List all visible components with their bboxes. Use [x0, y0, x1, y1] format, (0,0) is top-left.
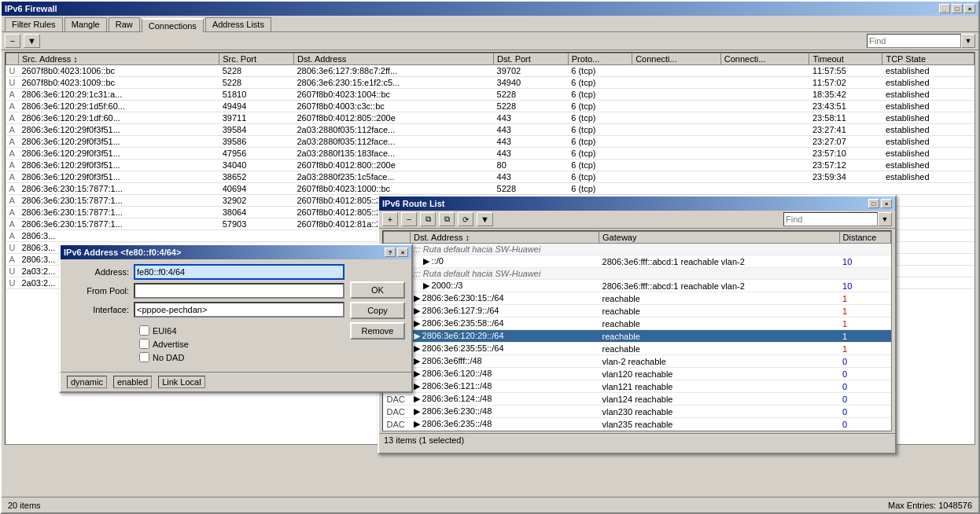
- list-item[interactable]: DAC ▶ 2806:3e6fff::/48 vlan-2 reachable …: [384, 355, 891, 368]
- route-gateway: reachable: [599, 292, 839, 305]
- filter-btn[interactable]: ▼: [24, 34, 40, 48]
- address-input[interactable]: [134, 264, 344, 280]
- col-conn2[interactable]: Connecti...: [720, 53, 809, 65]
- route-col-gateway[interactable]: Gateway: [599, 232, 839, 244]
- dynamic-value: dynamic: [67, 376, 107, 388]
- table-row[interactable]: A 2806:3e6:120:29f0f3f51... 34040 2607f8…: [6, 160, 974, 171]
- table-row[interactable]: A 2806:3e6:120:29f0f3f51... 47956 2a03:2…: [6, 148, 974, 160]
- table-row[interactable]: A 2806:3e6:230:15:7877:1... 40694 2607f8…: [6, 183, 974, 195]
- list-item[interactable]: DAC ▶ 2806:3e6:230::/48 vlan230 reachabl…: [384, 406, 891, 418]
- route-search-dropdown[interactable]: ▼: [878, 212, 892, 226]
- route-col-dst[interactable]: Dst. Address ↕: [411, 232, 599, 244]
- route-minimize-btn[interactable]: □: [868, 199, 879, 208]
- route-title-bar: IPv6 Route List □ ×: [379, 196, 895, 211]
- col-conn1[interactable]: Connecti...: [632, 53, 721, 65]
- list-item[interactable]: AS ▶ 2000::/3 2806:3e6:fff::abcd:1 reach…: [384, 280, 891, 292]
- table-row[interactable]: U 2607f8b0:4023:1006::bc 5228 2806:3e6:1…: [6, 65, 974, 77]
- row-conn2: [720, 183, 809, 195]
- search-input[interactable]: [867, 34, 961, 48]
- list-item[interactable]: DAC ▶ 2806:3e6:121::/48 vlan121 reachabl…: [384, 380, 891, 393]
- tab-connections[interactable]: Connections: [142, 18, 204, 32]
- col-proto[interactable]: Proto...: [568, 53, 632, 65]
- route-paste-btn[interactable]: ⧉: [439, 212, 455, 226]
- list-item[interactable]: DAS ▶ 2806:3e6:235:58::/64 reachable 1: [384, 318, 891, 330]
- list-item[interactable]: DAS ▶ 2806:3e6:230:15::/64 reachable 1: [384, 292, 891, 305]
- col-src-port[interactable]: Src. Port: [219, 53, 294, 65]
- interface-input[interactable]: [134, 302, 344, 318]
- table-row[interactable]: A 2806:3e6:120:29f0f3f51... 39586 2a03:2…: [6, 136, 974, 148]
- row-flag: A: [6, 124, 19, 136]
- remove-button[interactable]: Remove: [350, 322, 405, 340]
- list-item[interactable]: DAC ▶ 2806:3e6:235::/48 vlan235 reachabl…: [384, 418, 891, 431]
- route-dst: ▶ 2806:3e6:230::/48: [411, 406, 599, 418]
- route-search-input[interactable]: [783, 212, 878, 226]
- route-reset-btn[interactable]: ⟳: [458, 212, 473, 226]
- list-item[interactable]: AS ▶ ::/0 2806:3e6:fff::abcd:1 reachable…: [384, 255, 891, 268]
- copy-button[interactable]: Copy: [350, 302, 405, 319]
- from-pool-row: From Pool:: [67, 283, 344, 299]
- row-timeout: 23:27:07: [809, 136, 882, 148]
- route-flag: DAC: [384, 393, 411, 406]
- col-tcp-state[interactable]: TCP State: [882, 53, 974, 65]
- minus-btn[interactable]: −: [5, 34, 20, 48]
- link-local-value: Link Local: [158, 376, 205, 388]
- tab-mangle[interactable]: Mangle: [64, 17, 107, 31]
- eui64-checkbox[interactable]: [139, 325, 149, 336]
- route-remove-btn[interactable]: −: [401, 212, 417, 226]
- row-proto: 6 (tcp): [568, 65, 632, 77]
- row-conn2: [720, 171, 809, 183]
- dialog-close-btn[interactable]: ×: [397, 248, 408, 257]
- tab-filter-rules[interactable]: Filter Rules: [5, 17, 63, 31]
- list-item[interactable]: ::: Ruta default hacia SW-Huawei: [384, 244, 891, 255]
- table-row[interactable]: A 2806:3e6:120:29f0f3f51... 39584 2a03:2…: [6, 124, 974, 136]
- row-dst: 2607f8b0:4023:1004::bc: [293, 89, 493, 101]
- route-gateway: reachable: [599, 343, 839, 355]
- close-btn[interactable]: ×: [964, 4, 975, 13]
- row-conn2: [720, 160, 809, 171]
- minimize-btn[interactable]: _: [939, 4, 950, 13]
- col-timeout[interactable]: Timeout: [809, 53, 882, 65]
- list-item[interactable]: DAS ▶ 2806:3e6:127:9::/64 reachable 1: [384, 305, 891, 318]
- tab-raw[interactable]: Raw: [109, 17, 140, 31]
- list-item[interactable]: ::: Ruta default hacia SW-Huawei: [384, 268, 891, 280]
- list-item[interactable]: DAS ▶ 2806:3e6:120:29::/64 reachable 1: [384, 330, 891, 343]
- route-col-distance[interactable]: Distance: [839, 232, 890, 244]
- dialog-footer: dynamic enabled Link Local: [61, 372, 411, 391]
- interface-row: Interface:: [67, 302, 344, 318]
- row-conn1: [632, 136, 721, 148]
- route-table-container[interactable]: Dst. Address ↕ Gateway Distance ::: Ruta…: [382, 230, 892, 431]
- search-dropdown[interactable]: ▼: [961, 34, 975, 48]
- row-timeout: 23:59:34: [809, 171, 882, 183]
- from-pool-input[interactable]: [134, 283, 344, 299]
- no-dad-checkbox[interactable]: [139, 352, 149, 362]
- ok-button[interactable]: OK: [350, 281, 405, 299]
- dialog-minimize-btn[interactable]: ?: [385, 248, 396, 257]
- col-src-addr[interactable]: Src. Address ↕: [18, 53, 219, 65]
- list-item[interactable]: DAS ▶ 2806:3e6:235:55::/64 reachable 1: [384, 343, 891, 355]
- route-distance: 10: [839, 280, 890, 292]
- tab-address-lists[interactable]: Address Lists: [205, 17, 271, 31]
- table-row[interactable]: A 2806:3e6:120:29f0f3f51... 38652 2a03:2…: [6, 171, 974, 183]
- route-filter-btn[interactable]: ▼: [477, 212, 493, 226]
- list-item[interactable]: DAC ▶ 2806:3e6:124::/48 vlan124 reachabl…: [384, 393, 891, 406]
- table-row[interactable]: U 2607f8b0:4023:1009::bc 5228 2806:3e6:2…: [6, 77, 974, 89]
- col-dst-addr[interactable]: Dst. Address: [293, 53, 493, 65]
- row-conn1: [632, 160, 721, 171]
- route-status-bar: 13 items (1 selected): [379, 433, 895, 446]
- row-proto: 6 (tcp): [568, 183, 632, 195]
- col-dst-port[interactable]: Dst. Port: [494, 53, 569, 65]
- route-close-btn[interactable]: ×: [881, 199, 892, 208]
- advertise-checkbox[interactable]: [139, 339, 149, 349]
- list-item[interactable]: DAC ▶ 2806:3e6:120::/48 vlan120 reachabl…: [384, 368, 891, 380]
- row-src: 2806:3e6:120:29:1d5f:60...: [18, 101, 219, 112]
- route-copy-btn[interactable]: ⧉: [420, 212, 436, 226]
- table-row[interactable]: A 2806:3e6:120:29:1d5f:60... 49494 2607f…: [6, 101, 974, 112]
- route-dst: ▶ 2806:3e6:124::/48: [411, 393, 599, 406]
- table-row[interactable]: A 2806:3e6:120:29:1df:60... 39711 2607f8…: [6, 112, 974, 124]
- row-timeout: 11:57:02: [809, 77, 882, 89]
- row-dst: 2607f8b0:4023:1000::bc: [293, 183, 493, 195]
- table-row[interactable]: A 2806:3e6:120:29:1c31:a... 51810 2607f8…: [6, 89, 974, 101]
- row-sport: 5228: [219, 65, 294, 77]
- maximize-btn[interactable]: □: [952, 4, 963, 13]
- route-add-btn[interactable]: +: [382, 212, 398, 226]
